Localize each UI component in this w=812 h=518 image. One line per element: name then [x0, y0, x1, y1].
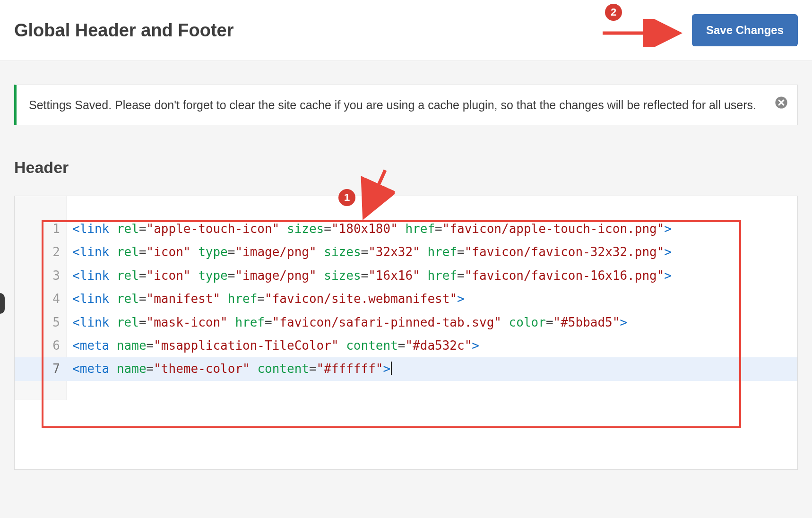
line-number: 4	[15, 287, 67, 311]
text-caret	[391, 362, 392, 375]
code-text[interactable]: <link rel="apple-touch-icon" sizes="180x…	[67, 217, 672, 241]
code-line[interactable]: 4<link rel="manifest" href="favicon/site…	[15, 287, 797, 311]
line-number: 6	[15, 334, 67, 357]
code-line[interactable]: 1<link rel="apple-touch-icon" sizes="180…	[15, 217, 797, 241]
code-line[interactable]: 3<link rel="icon" type="image/png" sizes…	[15, 264, 797, 287]
code-text[interactable]: <link rel="mask-icon" href="favicon/safa…	[67, 311, 627, 334]
close-icon[interactable]	[775, 95, 788, 109]
header-code-editor[interactable]: 1<link rel="apple-touch-icon" sizes="180…	[14, 196, 798, 470]
settings-saved-notice: Settings Saved. Please don't forget to c…	[14, 85, 798, 125]
line-number: 1	[15, 217, 67, 241]
save-button[interactable]: Save Changes	[692, 14, 798, 46]
code-text[interactable]: <link rel="icon" type="image/png" sizes=…	[67, 241, 672, 264]
line-number: 2	[15, 241, 67, 264]
header-section-title: Header	[14, 158, 798, 177]
page-header: Global Header and Footer Save Changes	[0, 0, 812, 61]
code-line[interactable]: 5<link rel="mask-icon" href="favicon/saf…	[15, 311, 797, 334]
code-line[interactable]: 2<link rel="icon" type="image/png" sizes…	[15, 241, 797, 264]
notice-text: Settings Saved. Please don't forget to c…	[29, 98, 756, 112]
left-edge-handle	[0, 293, 5, 314]
line-number: 5	[15, 311, 67, 334]
code-text[interactable]: <link rel="manifest" href="favicon/site.…	[67, 287, 465, 311]
line-number: 3	[15, 264, 67, 287]
line-number: 7	[15, 357, 67, 380]
content-area: Settings Saved. Please don't forget to c…	[0, 61, 812, 484]
code-text[interactable]: <meta name="theme-color" content="#fffff…	[67, 357, 392, 380]
page-title: Global Header and Footer	[14, 20, 234, 41]
code-text[interactable]: <meta name="msapplication-TileColor" con…	[67, 334, 479, 357]
code-line[interactable]: 7<meta name="theme-color" content="#ffff…	[15, 357, 797, 380]
code-line[interactable]: 6<meta name="msapplication-TileColor" co…	[15, 334, 797, 357]
code-text[interactable]: <link rel="icon" type="image/png" sizes=…	[67, 264, 672, 287]
